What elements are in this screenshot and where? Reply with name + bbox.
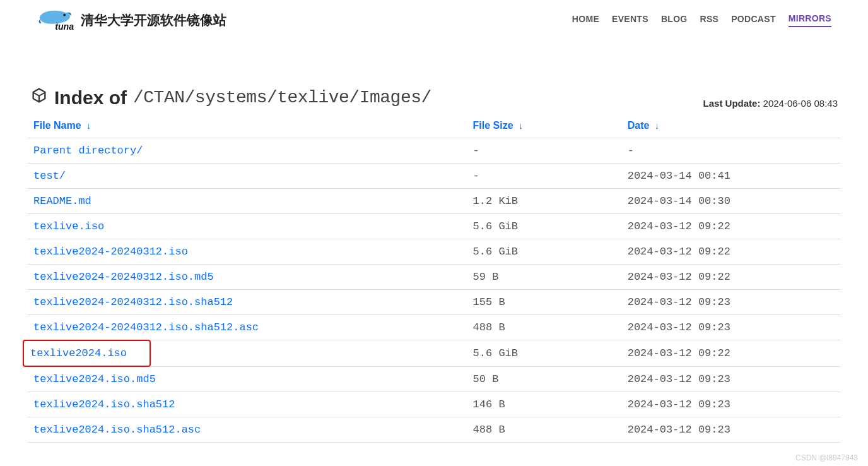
heading-prefix: Index of [54,87,127,109]
nav-links: HOMEEVENTSBLOGRSSPODCASTMIRRORS [572,13,831,27]
nav-link-home[interactable]: HOME [572,14,599,27]
file-date: 2024-03-12 09:23 [621,417,841,443]
file-date: 2024-03-12 09:22 [621,340,841,367]
file-link[interactable]: texlive2024-20240312.iso [33,246,188,258]
sort-arrow-icon: ↓ [519,120,524,131]
page-heading: Index of /CTAN/systems/texlive/Images/ [30,87,431,109]
file-size: 5.6 GiB [467,239,621,265]
file-date: 2024-03-12 09:23 [621,315,841,340]
file-size: 155 B [467,290,621,315]
file-link[interactable]: Parent directory/ [33,145,143,157]
file-date: 2024-03-12 09:22 [621,214,841,239]
sort-arrow-icon: ↓ [655,120,660,131]
table-row: texlive2024-20240312.iso5.6 GiB2024-03-1… [27,239,841,265]
sort-arrow-icon: ↓ [86,120,91,131]
nav-link-podcast[interactable]: PODCAST [731,14,776,27]
table-row: texlive2024.iso.md550 B2024-03-12 09:23 [27,367,841,392]
file-link[interactable]: texlive2024.iso.sha512 [33,398,175,410]
table-row: README.md1.2 KiB2024-03-14 00:30 [27,189,841,214]
file-size: 146 B [467,392,621,417]
file-link[interactable]: texlive2024-20240312.iso.md5 [33,271,214,283]
nav-link-events[interactable]: EVENTS [612,14,648,27]
table-row: texlive2024.iso.sha512146 B2024-03-12 09… [27,392,841,417]
file-listing-table: File Name ↓ File Size ↓ Date ↓ [27,114,841,443]
file-date: 2024-03-14 00:30 [621,189,841,214]
svg-text:tuna: tuna [55,21,74,32]
highlighted-file: texlive2024.iso [23,340,151,367]
last-update-label: Last Update: [703,98,761,109]
file-size: 488 B [467,417,621,443]
nav-link-blog[interactable]: BLOG [661,14,688,27]
tuna-logo: tuna [37,8,74,33]
file-date: 2024-03-12 09:22 [621,239,841,265]
file-link[interactable]: texlive2024.iso.sha512.asc [33,424,201,436]
file-link[interactable]: README.md [33,195,91,207]
last-update: Last Update: 2024-06-06 08:43 [703,98,838,109]
file-link[interactable]: test/ [33,170,66,182]
file-link[interactable]: texlive2024.iso.md5 [33,373,156,385]
file-date: 2024-03-12 09:23 [621,392,841,417]
file-date: 2024-03-12 09:22 [621,265,841,290]
table-row: texlive2024-20240312.iso.md559 B2024-03-… [27,265,841,290]
navbar: tuna 清华大学开源软件镜像站 HOMEEVENTSBLOGRSSPODCAS… [27,0,841,33]
file-date: - [621,138,841,164]
file-size: 59 B [467,265,621,290]
file-size: 488 B [467,315,621,340]
site-title: 清华大学开源软件镜像站 [81,11,226,29]
brand[interactable]: tuna 清华大学开源软件镜像站 [37,8,226,33]
file-link[interactable]: texlive.iso [33,220,104,232]
file-size: 5.6 GiB [467,340,621,367]
svg-point-0 [63,14,66,16]
breadcrumb-path: /CTAN/systems/texlive/Images/ [133,88,431,107]
package-icon [30,87,48,109]
file-size: - [467,164,621,189]
last-update-value: 2024-06-06 08:43 [763,98,838,109]
table-row: texlive2024.iso.sha512.asc488 B2024-03-1… [27,417,841,443]
file-date: 2024-03-12 09:23 [621,290,841,315]
file-size: 1.2 KiB [467,189,621,214]
table-row: texlive2024-20240312.iso.sha512155 B2024… [27,290,841,315]
col-header-size[interactable]: File Size ↓ [473,120,524,131]
file-link[interactable]: texlive2024-20240312.iso.sha512 [33,296,233,308]
table-row: test/-2024-03-14 00:41 [27,164,841,189]
file-date: 2024-03-14 00:41 [621,164,841,189]
col-header-date[interactable]: Date ↓ [628,120,660,131]
nav-link-mirrors[interactable]: MIRRORS [789,13,831,27]
table-row: texlive.iso5.6 GiB2024-03-12 09:22 [27,214,841,239]
file-link[interactable]: texlive2024.iso [30,347,127,359]
col-header-name[interactable]: File Name ↓ [33,120,91,131]
file-size: 50 B [467,367,621,392]
file-date: 2024-03-12 09:23 [621,367,841,392]
table-row: Parent directory/-- [27,138,841,164]
table-row: texlive2024-20240312.iso.sha512.asc488 B… [27,315,841,340]
table-row: texlive2024.iso5.6 GiB2024-03-12 09:22 [27,340,841,367]
file-size: 5.6 GiB [467,214,621,239]
file-link[interactable]: texlive2024-20240312.iso.sha512.asc [33,321,259,333]
nav-link-rss[interactable]: RSS [700,14,719,27]
file-size: - [467,138,621,164]
